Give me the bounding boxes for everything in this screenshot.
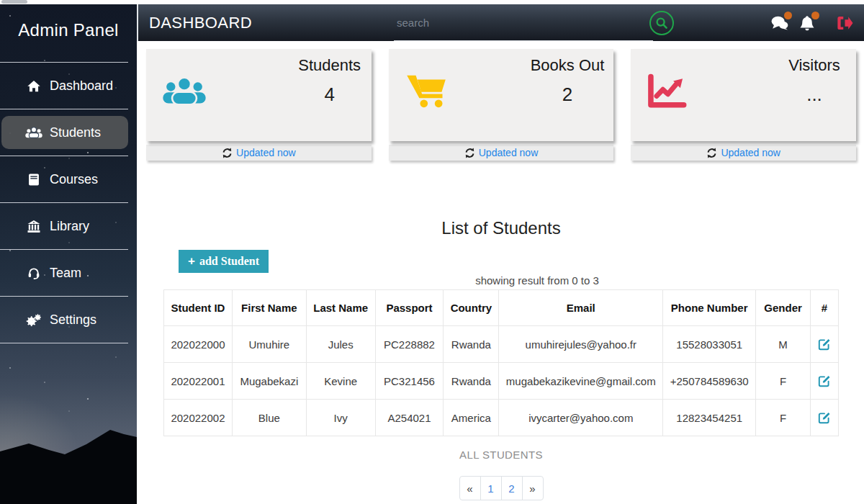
edit-student-button[interactable] bbox=[816, 410, 832, 426]
cell-edit bbox=[811, 400, 839, 436]
book-icon bbox=[24, 172, 43, 186]
stat-card-students: Students 4 Updated now bbox=[146, 49, 372, 161]
pagination-prev[interactable]: « bbox=[459, 476, 481, 500]
cell-gender: F bbox=[756, 400, 811, 436]
cell-email: mugabekazikevine@gmail.com bbox=[499, 363, 663, 400]
cell-email: ivycarter@yahoo.com bbox=[499, 400, 663, 436]
refresh-icon bbox=[222, 148, 233, 158]
stat-card: Visitors ... bbox=[631, 49, 856, 141]
refresh-icon bbox=[706, 148, 717, 158]
sidebar-item-library[interactable]: Library bbox=[0, 210, 128, 243]
sidebar-item-settings[interactable]: Settings bbox=[0, 303, 128, 336]
col-header: Email bbox=[499, 290, 663, 326]
sidebar-item-label: Courses bbox=[50, 172, 98, 187]
card-value: 4 bbox=[297, 84, 362, 106]
pagination: « 1 2 » bbox=[163, 476, 839, 500]
table-row: 202022002 Blue Ivy A254021 America ivyca… bbox=[164, 400, 839, 436]
col-header: Phone Number bbox=[663, 290, 756, 326]
top-scroll-pill bbox=[1, 0, 27, 4]
cell-phone: 12823454251 bbox=[663, 400, 756, 436]
table-header-row: Student ID First Name Last Name Passport… bbox=[164, 290, 839, 326]
cell-phone: +250784589630 bbox=[663, 363, 756, 400]
sidebar-item-label: Library bbox=[50, 219, 89, 234]
sidebar-divider bbox=[0, 343, 128, 343]
card-value: ... bbox=[782, 84, 847, 106]
sidebar-item-label: Dashboard bbox=[50, 78, 113, 94]
table-row: 202022001 Mugabekazi Kevine PC321456 Rwa… bbox=[164, 363, 839, 400]
section-heading: List of Students bbox=[163, 218, 839, 238]
cell-passport: PC321456 bbox=[375, 363, 444, 400]
sidebar-item-label: Settings bbox=[50, 312, 96, 328]
cell-last-name: Jules bbox=[306, 326, 375, 363]
stat-card-visitors: Visitors ... Updated now bbox=[631, 49, 856, 161]
results-count-text: showing result from 0 to 3 bbox=[199, 274, 864, 287]
top-strip bbox=[0, 0, 864, 4]
topbar-actions bbox=[770, 4, 854, 41]
cell-email: umuhirejules@yahoo.fr bbox=[499, 326, 663, 363]
card-footer: Updated now bbox=[146, 145, 372, 161]
pagination-page-1[interactable]: 1 bbox=[480, 476, 502, 500]
card-value: 2 bbox=[531, 84, 605, 106]
users-icon bbox=[24, 125, 43, 140]
sidebar-divider bbox=[0, 202, 128, 203]
sidebar-divider bbox=[0, 156, 128, 156]
mountain-silhouette bbox=[0, 428, 137, 504]
sidebar-divider bbox=[0, 249, 128, 250]
sidebar-item-dashboard[interactable]: Dashboard bbox=[0, 69, 128, 102]
cell-gender: F bbox=[756, 363, 811, 400]
cell-passport: A254021 bbox=[375, 400, 444, 436]
cell-gender: M bbox=[756, 326, 811, 363]
sign-out-icon bbox=[837, 16, 853, 30]
card-label: Visitors bbox=[782, 56, 847, 75]
search-button[interactable] bbox=[649, 11, 674, 35]
notifications-badge bbox=[811, 12, 819, 19]
card-text: Visitors ... bbox=[782, 56, 847, 106]
gears-icon bbox=[24, 312, 43, 327]
edit-student-button[interactable] bbox=[816, 336, 832, 352]
cart-icon bbox=[405, 71, 448, 111]
notifications-button[interactable] bbox=[798, 14, 816, 32]
cell-phone: 15528033051 bbox=[663, 326, 756, 363]
pagination-next[interactable]: » bbox=[522, 476, 544, 500]
plus-icon: + bbox=[188, 254, 195, 269]
home-icon bbox=[24, 78, 43, 93]
app-title: Admin Panel bbox=[0, 0, 137, 62]
cell-student-id: 202022001 bbox=[164, 363, 233, 400]
all-students-label: ALL STUDENTS bbox=[163, 449, 839, 461]
pagination-page-2[interactable]: 2 bbox=[501, 476, 523, 500]
topbar: DASHBOARD bbox=[137, 4, 864, 41]
sidebar-item-team[interactable]: Team bbox=[0, 256, 128, 289]
col-header: Last Name bbox=[306, 290, 375, 326]
search-icon bbox=[655, 17, 668, 30]
card-updated-link[interactable]: Updated now bbox=[479, 147, 539, 158]
cell-edit bbox=[811, 326, 839, 363]
edit-student-button[interactable] bbox=[816, 373, 832, 389]
col-header: Passport bbox=[375, 290, 444, 326]
edit-icon bbox=[818, 411, 831, 424]
col-header: First Name bbox=[232, 290, 306, 326]
sidebar-item-label: Team bbox=[50, 266, 81, 281]
stat-card: Students 4 bbox=[146, 49, 372, 141]
stat-card: Books Out 2 bbox=[389, 49, 614, 141]
col-header: Gender bbox=[756, 290, 811, 326]
sidebar-item-courses[interactable]: Courses bbox=[0, 163, 128, 196]
col-header: Student ID bbox=[164, 290, 233, 326]
sidebar-item-label: Students bbox=[50, 125, 101, 140]
students-table: Student ID First Name Last Name Passport… bbox=[163, 289, 839, 436]
card-updated-link[interactable]: Updated now bbox=[236, 147, 296, 158]
add-student-label: add Student bbox=[199, 255, 259, 268]
cell-last-name: Kevine bbox=[306, 363, 375, 400]
sidebar: Admin Panel Dashboard Students bbox=[0, 0, 137, 504]
card-updated-link[interactable]: Updated now bbox=[721, 147, 780, 158]
card-footer: Updated now bbox=[389, 145, 614, 161]
cell-country: Rwanda bbox=[444, 363, 499, 400]
card-footer: Updated now bbox=[631, 145, 856, 161]
add-student-button[interactable]: + add Student bbox=[179, 250, 269, 273]
search-field-wrap bbox=[394, 4, 653, 41]
messages-button[interactable] bbox=[770, 14, 789, 32]
search-input[interactable] bbox=[394, 4, 653, 41]
cell-student-id: 202022002 bbox=[164, 400, 233, 436]
sidebar-item-students[interactable]: Students bbox=[1, 116, 128, 149]
logout-button[interactable] bbox=[835, 14, 854, 32]
cell-student-id: 202022000 bbox=[164, 326, 233, 363]
